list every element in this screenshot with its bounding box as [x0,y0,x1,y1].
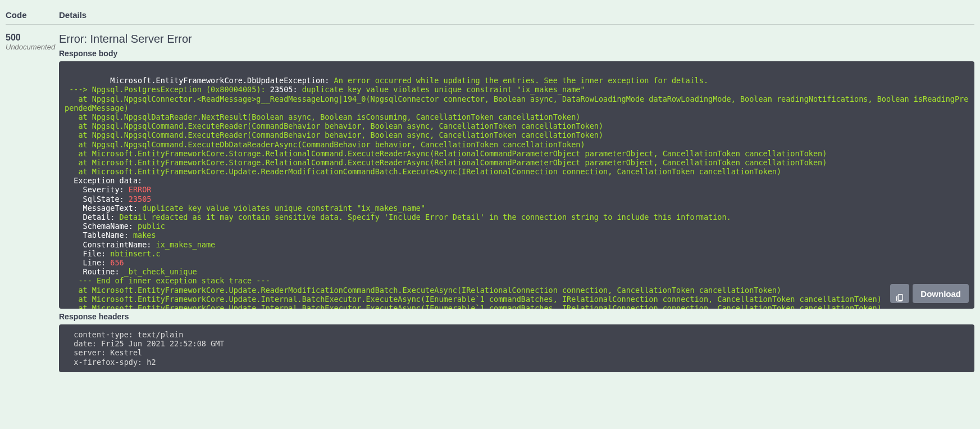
copy-button[interactable] [890,284,909,303]
response-headers-label: Response headers [59,312,974,321]
header-details: Details [59,6,974,25]
download-button[interactable]: Download [913,284,969,303]
response-body-text: Microsoft.EntityFrameworkCore.DbUpdateEx… [65,76,968,309]
svg-rect-0 [899,295,903,301]
response-body-label: Response body [59,49,974,58]
response-row: 500 Undocumented Error: Internal Server … [6,25,974,372]
response-table: Code Details 500 Undocumented Error: Int… [6,6,974,372]
clipboard-icon [890,274,909,309]
response-body[interactable]: Microsoft.EntityFrameworkCore.DbUpdateEx… [59,61,974,309]
undocumented-label: Undocumented [6,43,59,51]
header-code: Code [6,6,59,25]
status-code: 500 [6,33,59,43]
error-title: Error: Internal Server Error [59,33,974,46]
response-headers: content-type: text/plain date: Fri25 Jun… [59,324,974,372]
